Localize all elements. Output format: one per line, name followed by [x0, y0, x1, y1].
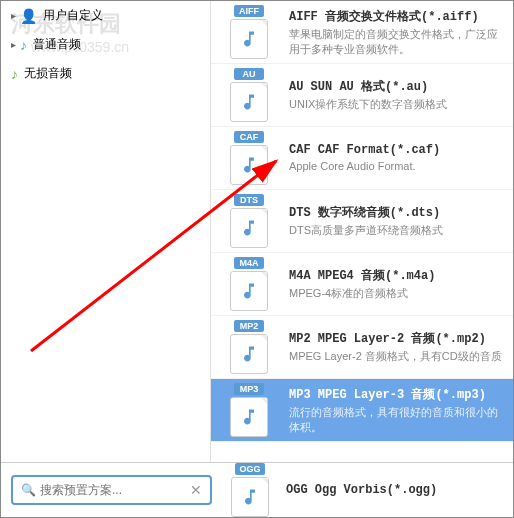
format-text: MP3 MPEG Layer-3 音频(*.mp3)流行的音频格式，具有很好的音… [279, 386, 505, 434]
format-badge: DTS [234, 194, 264, 206]
sidebar-item-userdefined[interactable]: 👤 用户自定义 [1, 1, 210, 30]
music-note-icon [230, 397, 268, 437]
music-note-icon [230, 19, 268, 59]
format-text: AIFF 音频交换文件格式(*.aiff)苹果电脑制定的音频交换文件格式，广泛应… [279, 8, 505, 56]
sidebar-item-label: 普通音频 [33, 36, 81, 53]
format-item-dts[interactable]: DTSDTS 数字环绕音频(*.dts)DTS高质量多声道环绕音频格式 [211, 190, 513, 253]
format-item-au[interactable]: AUAU SUN AU 格式(*.au)UNIX操作系统下的数字音频格式 [211, 64, 513, 127]
format-badge-wrap: AIFF [219, 5, 279, 59]
music-note-icon: ♪ [20, 37, 27, 53]
format-desc: Apple Core Audio Format. [289, 159, 505, 173]
search-box[interactable]: 🔍 ✕ [11, 475, 212, 505]
format-badge-wrap: MP2 [219, 320, 279, 374]
format-badge: OGG [235, 463, 265, 475]
sidebar-item-label: 用户自定义 [43, 7, 103, 24]
bottom-bar: 🔍 ✕ OGGOGG Ogg Vorbis(*.ogg) [1, 463, 513, 517]
format-desc: MPEG-4标准的音频格式 [289, 286, 505, 300]
sidebar-item-lossless-audio[interactable]: ♪ 无损音频 [1, 59, 210, 88]
music-note-icon [230, 208, 268, 248]
format-badge: AIFF [234, 5, 264, 17]
sidebar: 河东软件园 www.pc0359.cn 👤 用户自定义 ♪ 普通音频 ♪ 无损音… [1, 1, 211, 462]
format-badge: MP3 [234, 383, 264, 395]
format-text: CAF CAF Format(*.caf)Apple Core Audio Fo… [279, 143, 505, 173]
format-title: AU SUN AU 格式(*.au) [289, 78, 505, 95]
format-title: AIFF 音频交换文件格式(*.aiff) [289, 8, 505, 25]
format-title: DTS 数字环绕音频(*.dts) [289, 204, 505, 221]
format-badge-wrap: OGG [220, 463, 280, 517]
music-note-icon: ♪ [11, 66, 18, 82]
music-note-icon [230, 271, 268, 311]
format-list: AIFFAIFF 音频交换文件格式(*.aiff)苹果电脑制定的音频交换文件格式… [211, 1, 513, 462]
format-desc: UNIX操作系统下的数字音频格式 [289, 97, 505, 111]
search-input[interactable] [40, 483, 190, 497]
format-badge-wrap: MP3 [219, 383, 279, 437]
format-title: OGG Ogg Vorbis(*.ogg) [286, 483, 437, 497]
music-note-icon [230, 145, 268, 185]
format-desc: MPEG Layer-2 音频格式，具有CD级的音质 [289, 349, 505, 363]
format-badge-wrap: CAF [219, 131, 279, 185]
format-item-mp3[interactable]: MP3MP3 MPEG Layer-3 音频(*.mp3)流行的音频格式，具有很… [211, 379, 513, 442]
clear-icon[interactable]: ✕ [190, 482, 202, 498]
format-badge-wrap: M4A [219, 257, 279, 311]
format-text: M4A MPEG4 音频(*.m4a)MPEG-4标准的音频格式 [279, 267, 505, 300]
format-badge: CAF [234, 131, 264, 143]
format-desc: DTS高质量多声道环绕音频格式 [289, 223, 505, 237]
format-badge: MP2 [234, 320, 264, 332]
music-note-icon [231, 477, 269, 517]
user-icon: 👤 [20, 8, 37, 24]
format-badge-wrap: DTS [219, 194, 279, 248]
format-item-m4a[interactable]: M4AM4A MPEG4 音频(*.m4a)MPEG-4标准的音频格式 [211, 253, 513, 316]
format-title: MP2 MPEG Layer-2 音频(*.mp2) [289, 330, 505, 347]
format-badge: M4A [234, 257, 264, 269]
format-text: MP2 MPEG Layer-2 音频(*.mp2)MPEG Layer-2 音… [279, 330, 505, 363]
sidebar-item-normal-audio[interactable]: ♪ 普通音频 [1, 30, 210, 59]
format-title: CAF CAF Format(*.caf) [289, 143, 505, 157]
sidebar-item-label: 无损音频 [24, 65, 72, 82]
format-item-mp2[interactable]: MP2MP2 MPEG Layer-2 音频(*.mp2)MPEG Layer-… [211, 316, 513, 379]
format-desc: 苹果电脑制定的音频交换文件格式，广泛应用于多种专业音频软件。 [289, 27, 505, 56]
format-badge-wrap: AU [219, 68, 279, 122]
music-note-icon [230, 82, 268, 122]
format-badge: AU [234, 68, 264, 80]
format-title: M4A MPEG4 音频(*.m4a) [289, 267, 505, 284]
format-text: DTS 数字环绕音频(*.dts)DTS高质量多声道环绕音频格式 [279, 204, 505, 237]
format-item-caf[interactable]: CAFCAF CAF Format(*.caf)Apple Core Audio… [211, 127, 513, 190]
music-note-icon [230, 334, 268, 374]
format-item-aiff[interactable]: AIFFAIFF 音频交换文件格式(*.aiff)苹果电脑制定的音频交换文件格式… [211, 1, 513, 64]
format-desc: 流行的音频格式，具有很好的音质和很小的体积。 [289, 405, 505, 434]
format-text: AU SUN AU 格式(*.au)UNIX操作系统下的数字音频格式 [279, 78, 505, 111]
format-title: MP3 MPEG Layer-3 音频(*.mp3) [289, 386, 505, 403]
search-icon: 🔍 [21, 483, 36, 497]
bottom-extra-item: OGGOGG Ogg Vorbis(*.ogg) [220, 463, 437, 517]
